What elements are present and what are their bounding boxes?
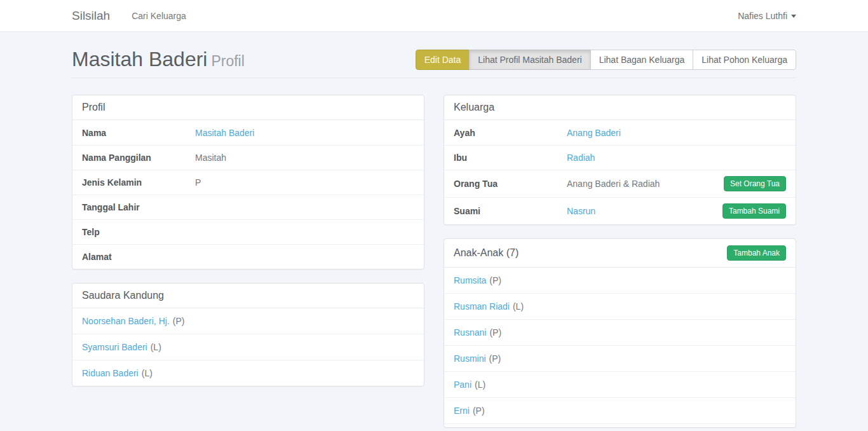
lihat-profil-button[interactable]: Lihat Profil Masitah Baderi: [469, 50, 590, 70]
field-value: Anang Baderi & Radiah: [567, 179, 724, 189]
person-link[interactable]: Masitah Baderi: [195, 128, 254, 138]
table-row: Ayah Anang Baderi: [444, 120, 796, 145]
table-row: Tanggal Lahir: [72, 195, 424, 219]
table-row: Nama Panggilan Masitah: [72, 145, 424, 170]
anak-panel-heading: Anak-Anak (7) Tambah Anak: [444, 239, 796, 268]
list-item: Rumsita (P): [444, 268, 796, 293]
field-value: Masitah: [195, 153, 414, 163]
table-row: Jenis Kelamin P: [72, 170, 424, 195]
field-label: Telp: [82, 227, 195, 237]
table-row: Nama Masitah Baderi: [72, 120, 424, 145]
saudara-panel-heading: Saudara Kandung: [72, 284, 424, 308]
field-label: Ayah: [454, 128, 567, 138]
lihat-pohon-button[interactable]: Lihat Pohon Keluarga: [693, 50, 796, 70]
table-row: Suami Nasrun Tambah Suami: [444, 197, 796, 224]
page-header: Masitah BaderiProfil Edit Data Lihat Pro…: [72, 48, 796, 78]
panel-title: Profil: [82, 102, 105, 113]
person-link[interactable]: Rumsita: [454, 275, 486, 285]
user-name: Nafies Luthfi: [738, 11, 787, 21]
field-label: Nama Panggilan: [82, 153, 195, 163]
panel-title: Saudara Kandung: [82, 290, 164, 301]
keluarga-panel-heading: Keluarga: [444, 95, 796, 120]
tambah-suami-button[interactable]: Tambah Suami: [722, 203, 786, 219]
person-link[interactable]: Rusman Riadi: [454, 301, 510, 311]
right-column: Keluarga Ayah Anang Baderi Ibu Radiah Or…: [444, 95, 796, 431]
person-link[interactable]: Erni: [454, 406, 470, 416]
list-item: Noorsehan Baderi, Hj. (P): [72, 308, 424, 334]
anak-anak-panel: Anak-Anak (7) Tambah Anak Rumsita (P) Ru…: [444, 238, 796, 428]
chevron-down-icon: [791, 15, 796, 18]
action-button-group: Edit Data Lihat Profil Masitah Baderi Li…: [416, 50, 796, 70]
nav-item-cari-keluarga[interactable]: Cari Keluarga: [132, 11, 186, 21]
person-link[interactable]: Anang Baderi: [567, 128, 621, 138]
gender-label: (P): [489, 275, 501, 285]
field-label: Suami: [454, 206, 567, 216]
person-link[interactable]: Riduan Baderi: [82, 368, 139, 378]
brand-link[interactable]: Silsilah: [72, 9, 110, 23]
list-item: Rusman Riadi (L): [444, 293, 796, 319]
navbar: Silsilah Cari Keluarga Nafies Luthfi: [0, 0, 868, 32]
table-row: Orang Tua Anang Baderi & Radiah Set Oran…: [444, 170, 796, 197]
list-item: Pani (L): [444, 371, 796, 397]
person-link[interactable]: Noorsehan Baderi, Hj.: [82, 316, 170, 326]
gender-label: (P): [473, 406, 485, 416]
set-orang-tua-button[interactable]: Set Orang Tua: [724, 176, 786, 191]
page-title: Masitah BaderiProfil: [72, 48, 245, 71]
list-item: Rusmini (P): [444, 345, 796, 371]
field-label: Orang Tua: [454, 179, 567, 189]
page-subtitle: Profil: [211, 53, 244, 69]
person-link[interactable]: Syamsuri Baderi: [82, 342, 147, 352]
person-link[interactable]: Rusmini: [454, 353, 486, 364]
left-column: Profil Nama Masitah Baderi Nama Panggila…: [72, 95, 424, 400]
gender-label: (L): [513, 301, 524, 311]
edit-data-button[interactable]: Edit Data: [416, 50, 470, 70]
profil-panel: Profil Nama Masitah Baderi Nama Panggila…: [72, 95, 424, 270]
gender-label: (P): [489, 353, 501, 364]
table-row: Telp: [72, 219, 424, 244]
table-row: Ibu Radiah: [444, 145, 796, 170]
person-link[interactable]: Radiah: [567, 153, 595, 163]
field-label: Jenis Kelamin: [82, 177, 195, 188]
gender-label: (L): [475, 380, 485, 390]
gender-label: (L): [151, 342, 161, 352]
field-label: Nama: [82, 128, 195, 138]
gender-label: (P): [489, 327, 501, 338]
keluarga-panel: Keluarga Ayah Anang Baderi Ibu Radiah Or…: [444, 95, 796, 225]
person-link[interactable]: Rusnani: [454, 327, 486, 338]
user-menu[interactable]: Nafies Luthfi: [738, 11, 796, 21]
person-link[interactable]: Nasrun: [567, 206, 595, 216]
field-label: Alamat: [82, 252, 195, 262]
table-row: Alamat: [72, 244, 424, 269]
list-item: Riduan Baderi (L): [72, 360, 424, 386]
person-link[interactable]: Pani: [454, 380, 471, 390]
field-label: Ibu: [454, 153, 567, 163]
tambah-anak-button[interactable]: Tambah Anak: [727, 245, 786, 261]
gender-label: (L): [142, 368, 153, 378]
field-value: P: [195, 177, 414, 188]
list-item: Rusnani (P): [444, 319, 796, 345]
panel-title: Anak-Anak (7): [454, 247, 519, 259]
lihat-bagan-button[interactable]: Lihat Bagan Keluarga: [590, 50, 694, 70]
person-name: Masitah Baderi: [72, 48, 207, 71]
list-item: [444, 423, 796, 427]
list-item: Erni (P): [444, 397, 796, 423]
list-item: Syamsuri Baderi (L): [72, 334, 424, 360]
gender-label: (P): [173, 316, 185, 326]
saudara-kandung-panel: Saudara Kandung Noorsehan Baderi, Hj. (P…: [72, 283, 424, 387]
field-label: Tanggal Lahir: [82, 202, 195, 212]
profil-panel-heading: Profil: [72, 95, 424, 120]
panel-title: Keluarga: [454, 102, 494, 113]
